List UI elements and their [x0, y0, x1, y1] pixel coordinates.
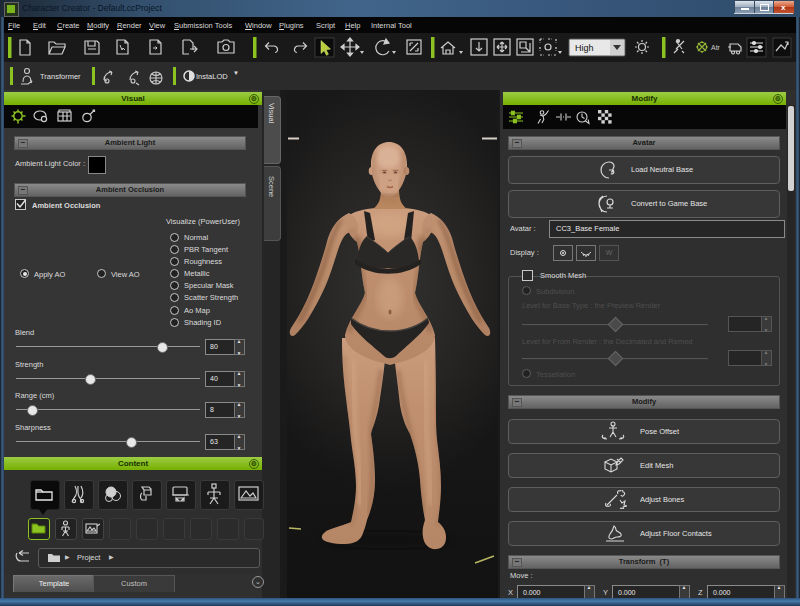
- svg-text:High: High: [575, 43, 594, 53]
- svg-text:Atr: Atr: [711, 44, 721, 51]
